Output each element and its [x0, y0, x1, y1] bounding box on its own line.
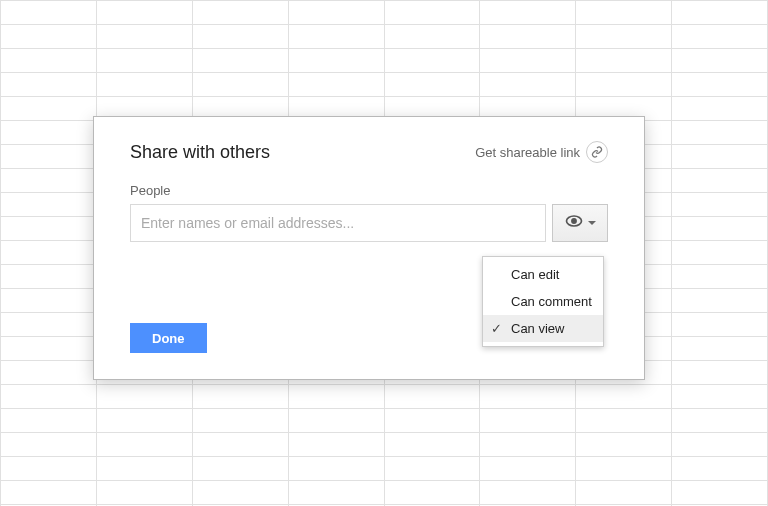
- cell[interactable]: [480, 385, 576, 409]
- cell[interactable]: [96, 1, 192, 25]
- cell[interactable]: [192, 409, 288, 433]
- cell[interactable]: [384, 73, 480, 97]
- cell[interactable]: [672, 49, 768, 73]
- cell[interactable]: [672, 313, 768, 337]
- cell[interactable]: [576, 73, 672, 97]
- cell[interactable]: [192, 49, 288, 73]
- cell[interactable]: [192, 433, 288, 457]
- cell[interactable]: [576, 481, 672, 505]
- cell[interactable]: [192, 481, 288, 505]
- cell[interactable]: [672, 193, 768, 217]
- cell[interactable]: [384, 49, 480, 73]
- cell[interactable]: [672, 25, 768, 49]
- cell[interactable]: [1, 193, 97, 217]
- cell[interactable]: [384, 409, 480, 433]
- cell[interactable]: [672, 73, 768, 97]
- cell[interactable]: [672, 409, 768, 433]
- cell[interactable]: [288, 409, 384, 433]
- get-shareable-link-button[interactable]: Get shareable link: [475, 141, 608, 163]
- cell[interactable]: [1, 73, 97, 97]
- cell[interactable]: [96, 457, 192, 481]
- cell[interactable]: [480, 481, 576, 505]
- cell[interactable]: [96, 385, 192, 409]
- cell[interactable]: [1, 265, 97, 289]
- cell[interactable]: [1, 25, 97, 49]
- cell[interactable]: [480, 409, 576, 433]
- people-input[interactable]: [130, 204, 546, 242]
- cell[interactable]: [1, 1, 97, 25]
- cell[interactable]: [480, 49, 576, 73]
- cell[interactable]: [288, 73, 384, 97]
- cell[interactable]: [1, 217, 97, 241]
- cell[interactable]: [480, 457, 576, 481]
- cell[interactable]: [384, 457, 480, 481]
- cell[interactable]: [576, 409, 672, 433]
- cell[interactable]: [1, 289, 97, 313]
- cell[interactable]: [1, 433, 97, 457]
- cell[interactable]: [672, 145, 768, 169]
- permission-option[interactable]: Can edit: [483, 261, 603, 288]
- cell[interactable]: [384, 25, 480, 49]
- cell[interactable]: [96, 481, 192, 505]
- cell[interactable]: [480, 1, 576, 25]
- cell[interactable]: [672, 1, 768, 25]
- cell[interactable]: [96, 49, 192, 73]
- cell[interactable]: [384, 481, 480, 505]
- cell[interactable]: [192, 25, 288, 49]
- cell[interactable]: [1, 313, 97, 337]
- permission-button[interactable]: [552, 204, 608, 242]
- cell[interactable]: [1, 385, 97, 409]
- cell[interactable]: [672, 169, 768, 193]
- done-button[interactable]: Done: [130, 323, 207, 353]
- permission-option[interactable]: Can comment: [483, 288, 603, 315]
- cell[interactable]: [480, 25, 576, 49]
- cell[interactable]: [288, 385, 384, 409]
- cell[interactable]: [672, 337, 768, 361]
- cell[interactable]: [672, 433, 768, 457]
- cell[interactable]: [672, 121, 768, 145]
- cell[interactable]: [1, 97, 97, 121]
- cell[interactable]: [672, 457, 768, 481]
- cell[interactable]: [288, 457, 384, 481]
- cell[interactable]: [1, 481, 97, 505]
- cell[interactable]: [672, 481, 768, 505]
- cell[interactable]: [288, 433, 384, 457]
- cell[interactable]: [480, 73, 576, 97]
- cell[interactable]: [192, 385, 288, 409]
- cell[interactable]: [1, 337, 97, 361]
- cell[interactable]: [192, 1, 288, 25]
- permission-option[interactable]: Can view: [483, 315, 603, 342]
- cell[interactable]: [96, 25, 192, 49]
- cell[interactable]: [576, 433, 672, 457]
- cell[interactable]: [672, 289, 768, 313]
- cell[interactable]: [1, 49, 97, 73]
- cell[interactable]: [384, 433, 480, 457]
- cell[interactable]: [1, 361, 97, 385]
- cell[interactable]: [576, 1, 672, 25]
- cell[interactable]: [1, 121, 97, 145]
- cell[interactable]: [192, 457, 288, 481]
- cell[interactable]: [576, 385, 672, 409]
- cell[interactable]: [1, 409, 97, 433]
- cell[interactable]: [288, 1, 384, 25]
- cell[interactable]: [672, 241, 768, 265]
- cell[interactable]: [96, 409, 192, 433]
- cell[interactable]: [1, 169, 97, 193]
- cell[interactable]: [672, 265, 768, 289]
- cell[interactable]: [672, 385, 768, 409]
- cell[interactable]: [384, 1, 480, 25]
- cell[interactable]: [1, 145, 97, 169]
- cell[interactable]: [672, 97, 768, 121]
- cell[interactable]: [1, 241, 97, 265]
- cell[interactable]: [576, 457, 672, 481]
- cell[interactable]: [288, 25, 384, 49]
- cell[interactable]: [192, 73, 288, 97]
- cell[interactable]: [576, 49, 672, 73]
- cell[interactable]: [480, 433, 576, 457]
- cell[interactable]: [288, 481, 384, 505]
- cell[interactable]: [96, 433, 192, 457]
- cell[interactable]: [1, 457, 97, 481]
- cell[interactable]: [576, 25, 672, 49]
- cell[interactable]: [672, 361, 768, 385]
- cell[interactable]: [384, 385, 480, 409]
